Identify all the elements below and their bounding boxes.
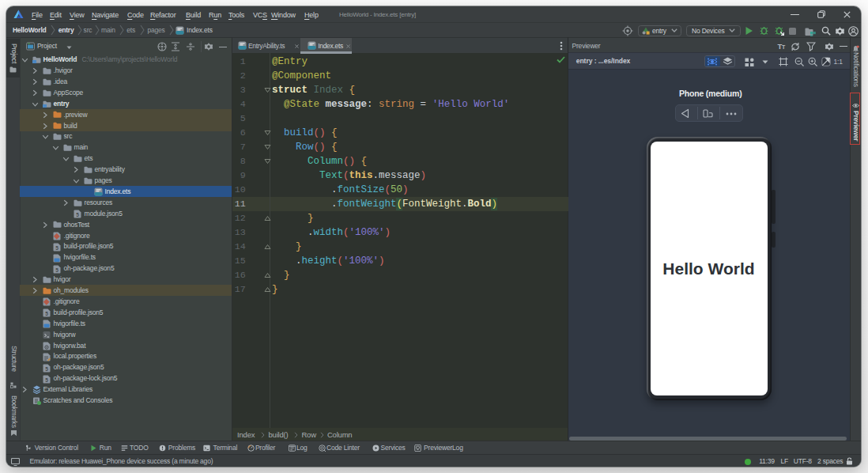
svg-text:5: 5 [76,212,79,218]
svg-text:5: 5 [45,377,48,383]
svg-text:5: 5 [45,366,48,372]
svg-text:5: 5 [55,267,58,273]
svg-text:5: 5 [55,245,58,251]
svg-text:5: 5 [45,311,48,316]
